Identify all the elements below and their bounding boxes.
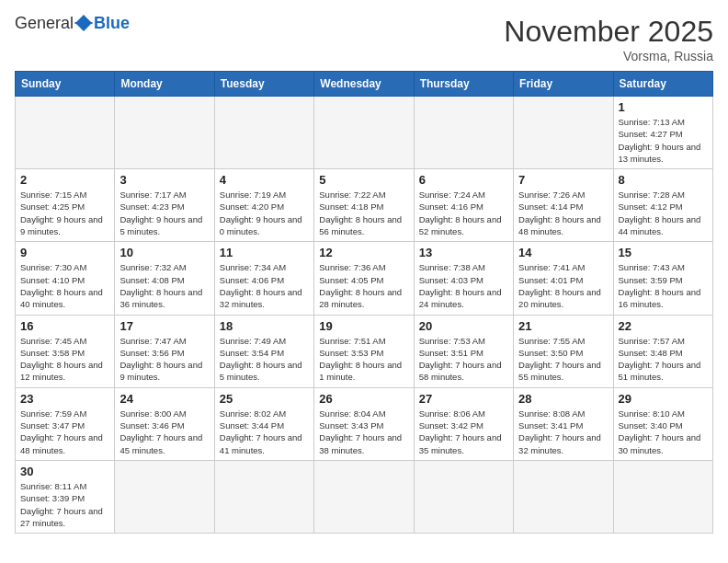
calendar-day-cell: 6Sunrise: 7:24 AMSunset: 4:16 PMDaylight…	[414, 169, 513, 242]
day-info: Sunrise: 7:13 AMSunset: 4:27 PMDaylight:…	[619, 116, 708, 165]
day-info: Sunrise: 8:00 AMSunset: 3:46 PMDaylight:…	[119, 408, 209, 456]
day-info: Sunrise: 7:59 AMSunset: 3:47 PMDaylight:…	[20, 408, 109, 456]
calendar-day-cell: 3Sunrise: 7:17 AMSunset: 4:23 PMDaylight…	[115, 169, 214, 242]
day-number: 9	[20, 246, 109, 259]
day-number: 20	[419, 319, 508, 333]
calendar-day-cell: 14Sunrise: 7:41 AMSunset: 4:01 PMDayligh…	[514, 242, 613, 315]
calendar-day-cell: 11Sunrise: 7:34 AMSunset: 4:06 PMDayligh…	[214, 242, 313, 315]
day-info: Sunrise: 8:04 AMSunset: 3:43 PMDaylight:…	[319, 408, 408, 456]
day-number: 25	[220, 392, 309, 406]
calendar-day-cell: 27Sunrise: 8:06 AMSunset: 3:42 PMDayligh…	[414, 387, 513, 460]
day-info: Sunrise: 7:55 AMSunset: 3:50 PMDaylight:…	[518, 335, 608, 384]
day-info: Sunrise: 7:17 AMSunset: 4:23 PMDaylight:…	[119, 189, 209, 237]
day-info: Sunrise: 7:47 AMSunset: 3:56 PMDaylight:…	[119, 335, 209, 384]
day-info: Sunrise: 7:24 AMSunset: 4:16 PMDaylight:…	[419, 189, 508, 237]
day-number: 16	[20, 319, 109, 333]
day-info: Sunrise: 7:26 AMSunset: 4:14 PMDaylight:…	[518, 189, 608, 237]
calendar-day-cell	[314, 460, 414, 533]
day-number: 13	[419, 246, 508, 259]
calendar-day-cell	[314, 97, 414, 169]
day-number: 2	[20, 173, 109, 187]
calendar-day-cell: 10Sunrise: 7:32 AMSunset: 4:08 PMDayligh…	[115, 242, 214, 315]
page-header: General Blue November 2025 Vorsma, Russi…	[15, 15, 713, 63]
day-number: 22	[619, 319, 708, 333]
day-info: Sunrise: 7:36 AMSunset: 4:05 PMDaylight:…	[319, 261, 408, 310]
calendar-day-cell: 16Sunrise: 7:45 AMSunset: 3:58 PMDayligh…	[16, 315, 115, 387]
calendar-day-cell: 2Sunrise: 7:15 AMSunset: 4:25 PMDaylight…	[16, 169, 115, 242]
day-info: Sunrise: 7:38 AMSunset: 4:03 PMDaylight:…	[419, 261, 508, 310]
calendar-day-cell: 21Sunrise: 7:55 AMSunset: 3:50 PMDayligh…	[514, 315, 613, 387]
day-number: 4	[220, 173, 309, 187]
calendar-week-row: 9Sunrise: 7:30 AMSunset: 4:10 PMDaylight…	[16, 242, 713, 315]
weekday-header-tuesday: Tuesday	[214, 72, 313, 97]
calendar-week-row: 23Sunrise: 7:59 AMSunset: 3:47 PMDayligh…	[16, 387, 713, 460]
day-number: 14	[518, 246, 608, 259]
calendar-day-cell: 26Sunrise: 8:04 AMSunset: 3:43 PMDayligh…	[314, 387, 414, 460]
calendar-day-cell	[115, 460, 214, 533]
title-block: November 2025 Vorsma, Russia	[504, 15, 713, 63]
weekday-header-wednesday: Wednesday	[314, 72, 414, 97]
day-info: Sunrise: 7:43 AMSunset: 3:59 PMDaylight:…	[619, 261, 708, 310]
day-number: 29	[619, 392, 708, 406]
calendar-day-cell: 5Sunrise: 7:22 AMSunset: 4:18 PMDaylight…	[314, 169, 414, 242]
calendar-day-cell	[414, 97, 513, 169]
calendar-week-row: 30Sunrise: 8:11 AMSunset: 3:39 PMDayligh…	[16, 460, 713, 533]
calendar-day-cell: 30Sunrise: 8:11 AMSunset: 3:39 PMDayligh…	[16, 460, 115, 533]
calendar-header-row: SundayMondayTuesdayWednesdayThursdayFrid…	[16, 72, 713, 97]
day-info: Sunrise: 7:30 AMSunset: 4:10 PMDaylight:…	[20, 261, 109, 310]
calendar-day-cell	[514, 460, 613, 533]
day-info: Sunrise: 7:32 AMSunset: 4:08 PMDaylight:…	[119, 261, 209, 310]
day-number: 26	[319, 392, 408, 406]
day-number: 19	[319, 319, 408, 333]
day-number: 21	[518, 319, 608, 333]
day-number: 27	[419, 392, 508, 406]
day-info: Sunrise: 7:28 AMSunset: 4:12 PMDaylight:…	[619, 189, 708, 237]
location-title: Vorsma, Russia	[504, 49, 713, 63]
calendar-day-cell	[613, 460, 712, 533]
calendar-day-cell: 24Sunrise: 8:00 AMSunset: 3:46 PMDayligh…	[115, 387, 214, 460]
calendar-day-cell: 15Sunrise: 7:43 AMSunset: 3:59 PMDayligh…	[613, 242, 712, 315]
month-title: November 2025	[504, 15, 713, 49]
day-info: Sunrise: 8:06 AMSunset: 3:42 PMDaylight:…	[419, 408, 508, 456]
day-info: Sunrise: 7:45 AMSunset: 3:58 PMDaylight:…	[20, 335, 109, 384]
day-info: Sunrise: 8:11 AMSunset: 3:39 PMDaylight:…	[20, 480, 109, 529]
calendar-day-cell: 7Sunrise: 7:26 AMSunset: 4:14 PMDaylight…	[514, 169, 613, 242]
calendar-day-cell	[514, 97, 613, 169]
day-number: 30	[20, 465, 109, 478]
calendar-day-cell: 29Sunrise: 8:10 AMSunset: 3:40 PMDayligh…	[613, 387, 712, 460]
calendar-day-cell: 18Sunrise: 7:49 AMSunset: 3:54 PMDayligh…	[214, 315, 313, 387]
calendar-day-cell	[214, 97, 313, 169]
weekday-header-friday: Friday	[514, 72, 613, 97]
calendar-day-cell: 9Sunrise: 7:30 AMSunset: 4:10 PMDaylight…	[16, 242, 115, 315]
day-number: 18	[220, 319, 309, 333]
day-number: 24	[119, 392, 209, 406]
calendar-day-cell	[115, 97, 214, 169]
day-info: Sunrise: 7:19 AMSunset: 4:20 PMDaylight:…	[220, 189, 309, 237]
day-info: Sunrise: 8:08 AMSunset: 3:41 PMDaylight:…	[518, 408, 608, 456]
logo: General Blue	[15, 15, 130, 31]
day-info: Sunrise: 7:53 AMSunset: 3:51 PMDaylight:…	[419, 335, 508, 384]
day-info: Sunrise: 7:51 AMSunset: 3:53 PMDaylight:…	[319, 335, 408, 384]
day-number: 23	[20, 392, 109, 406]
weekday-header-saturday: Saturday	[613, 72, 712, 97]
calendar-day-cell: 23Sunrise: 7:59 AMSunset: 3:47 PMDayligh…	[16, 387, 115, 460]
calendar-day-cell: 22Sunrise: 7:57 AMSunset: 3:48 PMDayligh…	[613, 315, 712, 387]
day-number: 15	[619, 246, 708, 259]
calendar-day-cell: 4Sunrise: 7:19 AMSunset: 4:20 PMDaylight…	[214, 169, 313, 242]
day-info: Sunrise: 8:10 AMSunset: 3:40 PMDaylight:…	[619, 408, 708, 456]
day-info: Sunrise: 8:02 AMSunset: 3:44 PMDaylight:…	[220, 408, 309, 456]
calendar-week-row: 2Sunrise: 7:15 AMSunset: 4:25 PMDaylight…	[16, 169, 713, 242]
day-number: 3	[119, 173, 209, 187]
calendar-day-cell: 20Sunrise: 7:53 AMSunset: 3:51 PMDayligh…	[414, 315, 513, 387]
calendar-week-row: 16Sunrise: 7:45 AMSunset: 3:58 PMDayligh…	[16, 315, 713, 387]
day-info: Sunrise: 7:41 AMSunset: 4:01 PMDaylight:…	[518, 261, 608, 310]
calendar-day-cell: 13Sunrise: 7:38 AMSunset: 4:03 PMDayligh…	[414, 242, 513, 315]
day-info: Sunrise: 7:34 AMSunset: 4:06 PMDaylight:…	[220, 261, 309, 310]
calendar-week-row: 1Sunrise: 7:13 AMSunset: 4:27 PMDaylight…	[16, 97, 713, 169]
day-number: 7	[518, 173, 608, 187]
calendar-day-cell: 25Sunrise: 8:02 AMSunset: 3:44 PMDayligh…	[214, 387, 313, 460]
day-number: 6	[419, 173, 508, 187]
calendar-day-cell: 12Sunrise: 7:36 AMSunset: 4:05 PMDayligh…	[314, 242, 414, 315]
day-number: 28	[518, 392, 608, 406]
day-info: Sunrise: 7:57 AMSunset: 3:48 PMDaylight:…	[619, 335, 708, 384]
